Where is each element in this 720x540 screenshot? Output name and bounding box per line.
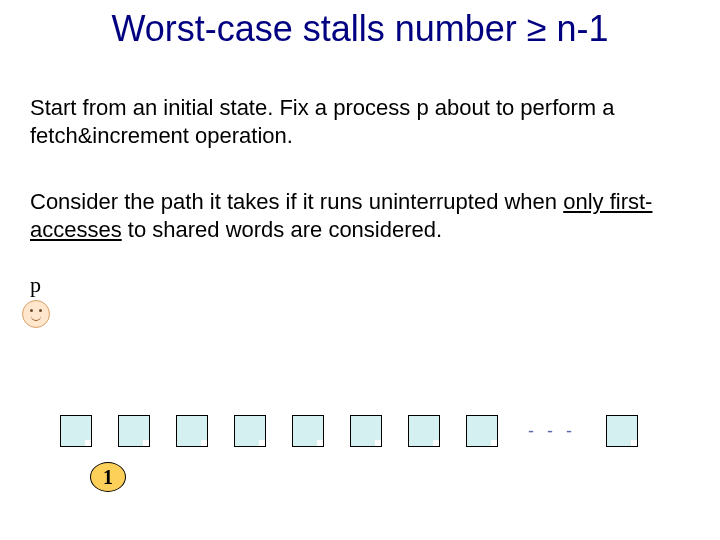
face-mouth [31, 315, 41, 321]
paragraph-2: Consider the path it takes if it runs un… [30, 188, 670, 243]
para1-text-a: Start from an initial state. Fix a proce… [30, 95, 416, 120]
word-box [466, 415, 498, 447]
word-box [176, 415, 208, 447]
slide: Worst-case stalls number ≥ n-1 Start fro… [0, 0, 720, 540]
para1-process-p: p [416, 95, 428, 120]
word-box [408, 415, 440, 447]
word-box [350, 415, 382, 447]
word-box [234, 415, 266, 447]
slide-title: Worst-case stalls number ≥ n-1 [0, 8, 720, 50]
para2-text-b: to shared words are considered. [122, 217, 442, 242]
process-face-icon [22, 300, 50, 328]
word-box [118, 415, 150, 447]
counter-value: 1 [103, 466, 113, 489]
ellipsis-icon: - - - [528, 421, 576, 442]
process-label-p: p [30, 272, 41, 298]
word-box [606, 415, 638, 447]
counter-circle: 1 [90, 462, 126, 492]
para2-text-a: Consider the path it takes if it runs un… [30, 189, 563, 214]
word-box [60, 415, 92, 447]
shared-words-row: - - - [60, 415, 638, 447]
paragraph-1: Start from an initial state. Fix a proce… [30, 94, 660, 149]
word-box [292, 415, 324, 447]
